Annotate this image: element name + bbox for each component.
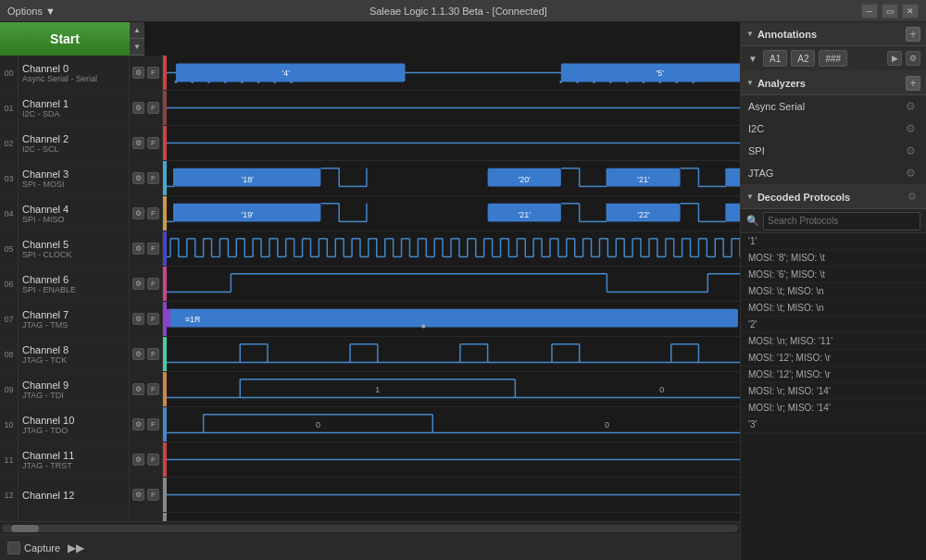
channel-settings-icon[interactable]: ⚙: [132, 137, 144, 149]
channel-number: 01: [0, 91, 19, 125]
options-button[interactable]: Options ▼: [7, 6, 56, 17]
channel-controls: ⚙ F: [130, 126, 163, 160]
channel-name: Channel 10: [22, 415, 125, 426]
analyzer-item[interactable]: I2C ⚙: [741, 118, 926, 140]
annotations-add-button[interactable]: +: [906, 27, 920, 42]
capture-label: Capture: [24, 542, 60, 554]
channel-number: 06: [0, 267, 19, 301]
channel-controls: ⚙ F: [130, 513, 163, 521]
annotations-collapse-icon[interactable]: ▼: [746, 30, 754, 38]
minimize-button[interactable]: ─: [861, 4, 878, 19]
channel-controls: ⚙ F: [130, 161, 163, 195]
expand-icon[interactable]: ▶▶: [68, 541, 84, 554]
channel-trigger-icon[interactable]: F: [147, 278, 159, 290]
channel-settings-icon[interactable]: ⚙: [132, 172, 144, 184]
restore-button[interactable]: ▭: [882, 4, 898, 19]
analyzers-add-button[interactable]: +: [906, 76, 920, 91]
channel-settings-icon[interactable]: ⚙: [132, 243, 144, 255]
channel-trigger-icon[interactable]: F: [147, 137, 159, 149]
channel-name: Channel 4: [22, 204, 125, 215]
svg-text:'18': '18': [241, 175, 254, 184]
channel-trace: [167, 513, 740, 521]
channel-info: Channel 3 SPI - MOSI: [19, 161, 130, 195]
analyzer-list: Async Serial ⚙ I2C ⚙ SPI ⚙ JTAG ⚙: [741, 95, 926, 184]
channel-name: Channel 1: [22, 98, 125, 109]
channel-controls: ⚙ F: [130, 196, 163, 230]
channel-row: 12 Channel 12 ⚙ F: [0, 478, 740, 513]
channel-trigger-icon[interactable]: F: [147, 418, 159, 430]
channel-trigger-icon[interactable]: F: [147, 489, 159, 501]
channel-protocol: JTAG - TDO: [22, 426, 125, 435]
scroll-up-arrow[interactable]: ▲: [130, 22, 144, 39]
channel-trigger-icon[interactable]: F: [147, 172, 159, 184]
annotation-a2-button[interactable]: A2: [791, 50, 815, 67]
decoded-protocols-gear[interactable]: ⚙: [907, 191, 920, 204]
analyzer-item[interactable]: Async Serial ⚙: [741, 95, 926, 118]
search-protocols-input[interactable]: [763, 212, 920, 230]
channel-trigger-icon[interactable]: F: [147, 67, 159, 79]
channel-number: 05: [0, 231, 19, 266]
analyzer-item[interactable]: SPI ⚙: [741, 140, 926, 162]
channel-settings-icon[interactable]: ⚙: [132, 454, 144, 466]
channel-trace: [167, 478, 740, 512]
channel-trigger-icon[interactable]: F: [147, 454, 159, 466]
window-title: Saleae Logic 1.1.30 Beta - [Connected]: [56, 6, 861, 17]
bottom-bar: Capture ▶▶: [0, 534, 740, 560]
protocol-item[interactable]: MOSI: \t; MISO: \n: [741, 300, 926, 317]
scroll-down-arrow[interactable]: ▼: [130, 39, 144, 56]
channel-name: Channel 12: [22, 490, 125, 501]
channel-settings-icon[interactable]: ⚙: [132, 67, 144, 79]
svg-point-236: [421, 324, 425, 328]
channel-settings-icon[interactable]: ⚙: [132, 278, 144, 290]
channel-settings-icon[interactable]: ⚙: [132, 418, 144, 430]
channel-protocol: JTAG - TRST: [22, 461, 125, 470]
svg-text:0: 0: [659, 385, 664, 394]
close-button[interactable]: ✕: [902, 4, 919, 19]
protocol-item[interactable]: MOSI: \r; MISO: '14': [741, 400, 926, 417]
protocol-item[interactable]: '2': [741, 317, 926, 333]
svg-text:'22': '22': [637, 210, 650, 219]
channel-protocol: SPI - MOSI: [22, 180, 125, 189]
protocol-item[interactable]: MOSI: \r; MISO: '14': [741, 383, 926, 400]
scrollbar-track[interactable]: [2, 525, 738, 532]
channel-settings-icon[interactable]: ⚙: [132, 313, 144, 325]
analyzers-collapse-icon[interactable]: ▼: [746, 79, 754, 87]
capture-button[interactable]: Capture: [7, 541, 60, 554]
channel-trigger-icon[interactable]: F: [147, 102, 159, 114]
channel-trigger-icon[interactable]: F: [147, 313, 159, 325]
annotation-hash-button[interactable]: ###: [819, 50, 847, 67]
analyzer-item[interactable]: JTAG ⚙: [741, 162, 926, 184]
channel-trigger-icon[interactable]: F: [147, 243, 159, 255]
analyzer-gear-icon[interactable]: ⚙: [906, 122, 919, 135]
channel-trigger-icon[interactable]: F: [147, 348, 159, 360]
channels-panel: Start ▲ ▼ 00 Channel 0 Async Serial - Se…: [0, 22, 741, 560]
decoded-collapse-icon[interactable]: ▼: [746, 193, 754, 201]
channel-controls: ⚙ F: [130, 267, 163, 301]
analyzer-gear-icon[interactable]: ⚙: [906, 167, 919, 180]
annotation-a1-button[interactable]: A1: [763, 50, 787, 67]
protocol-item[interactable]: MOSI: \n; MISO: '11': [741, 333, 926, 350]
analyzer-gear-icon[interactable]: ⚙: [906, 144, 919, 157]
channel-trigger-icon[interactable]: F: [147, 383, 159, 395]
protocol-item[interactable]: MOSI: '8'; MISO: \t: [741, 250, 926, 267]
channel-number: 10: [0, 407, 19, 442]
search-protocols-bar: 🔍: [741, 209, 926, 233]
protocol-item[interactable]: '3': [741, 417, 926, 433]
channel-trigger-icon[interactable]: F: [147, 207, 159, 219]
start-button[interactable]: Start: [0, 22, 130, 56]
protocol-item[interactable]: MOSI: \t; MISO: \n: [741, 283, 926, 300]
scrollbar-thumb[interactable]: [11, 525, 39, 532]
horizontal-scrollbar[interactable]: [0, 521, 740, 534]
protocol-item[interactable]: MOSI: '6'; MISO: \t: [741, 267, 926, 283]
annotation-play-button[interactable]: ▶: [887, 51, 902, 66]
channel-settings-icon[interactable]: ⚙: [132, 348, 144, 360]
channel-settings-icon[interactable]: ⚙: [132, 489, 144, 501]
annotation-settings-button[interactable]: ⚙: [906, 51, 920, 66]
protocol-item[interactable]: '1': [741, 233, 926, 250]
protocol-item[interactable]: MOSI: '12'; MISO: \r: [741, 350, 926, 367]
analyzer-gear-icon[interactable]: ⚙: [906, 100, 919, 113]
protocol-item[interactable]: MOSI: '12'; MISO: \r: [741, 367, 926, 383]
channel-settings-icon[interactable]: ⚙: [132, 102, 144, 114]
channel-settings-icon[interactable]: ⚙: [132, 207, 144, 219]
channel-settings-icon[interactable]: ⚙: [132, 383, 144, 395]
